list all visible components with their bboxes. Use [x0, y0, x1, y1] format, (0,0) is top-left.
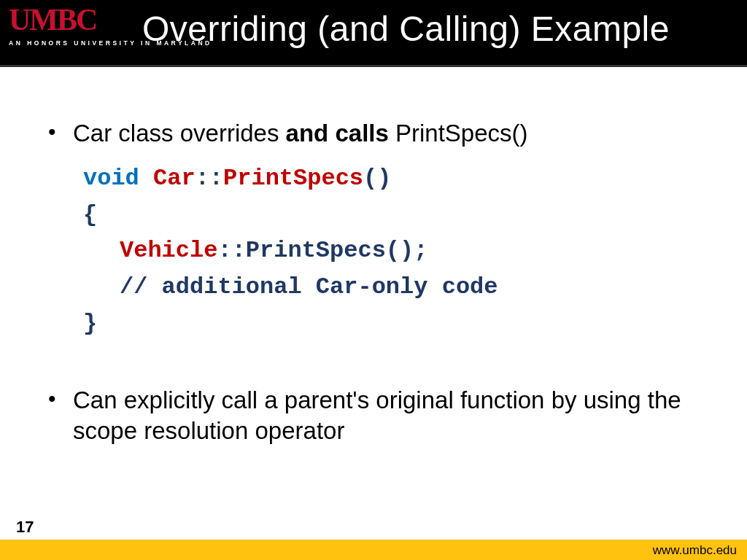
- code-block: void Car::PrintSpecs() { Vehicle::PrintS…: [83, 160, 703, 341]
- bullet-2: Can explicitly call a parent's original …: [73, 385, 703, 446]
- kw-vehicle: Vehicle: [120, 237, 217, 264]
- kw-car: Car: [153, 165, 196, 192]
- code-line-4: // additional Car-only code: [83, 269, 703, 306]
- footer-url: www.umbc.edu: [653, 543, 737, 558]
- bullet-list: Car class overrides and calls PrintSpecs…: [73, 118, 703, 447]
- fn-name: PrintSpecs: [223, 165, 363, 192]
- sp: [139, 165, 153, 192]
- code-line-1: void Car::PrintSpecs(): [83, 160, 703, 197]
- bullet-1: Car class overrides and calls PrintSpecs…: [73, 118, 703, 341]
- page-number: 17: [16, 518, 34, 537]
- bullet-2-text: Can explicitly call a parent's original …: [73, 386, 681, 444]
- header-bar: UMBC AN HONORS UNIVERSITY IN MARYLAND Ov…: [0, 0, 747, 67]
- parens: (): [363, 165, 391, 192]
- scope-op: ::: [196, 165, 223, 192]
- footer-bar: www.umbc.edu: [0, 540, 747, 560]
- slide-title: Overriding (and Calling) Example: [142, 9, 670, 49]
- l3-rest: ::PrintSpecs();: [217, 237, 427, 264]
- b1-pre: Car class overrides: [73, 120, 286, 147]
- content-area: Car class overrides and calls PrintSpecs…: [0, 67, 747, 560]
- bullet-1-text: Car class overrides and calls PrintSpecs…: [73, 120, 528, 147]
- b1-post: PrintSpecs(): [389, 120, 528, 147]
- code-line-2: {: [83, 197, 703, 233]
- b1-bold: and calls: [286, 120, 389, 147]
- kw-void: void: [83, 165, 139, 192]
- slide: UMBC AN HONORS UNIVERSITY IN MARYLAND Ov…: [0, 0, 747, 560]
- code-line-3: Vehicle::PrintSpecs();: [83, 233, 703, 269]
- code-line-5: }: [83, 306, 703, 342]
